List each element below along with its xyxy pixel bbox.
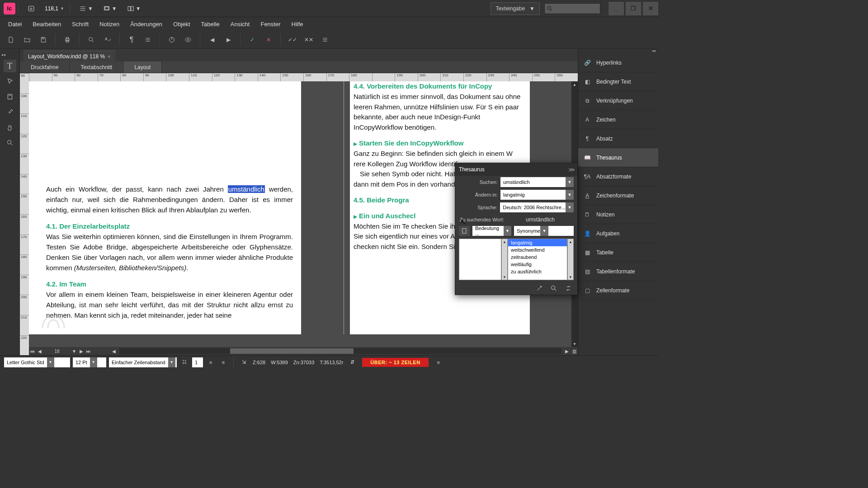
collapse-panel-icon[interactable]: >> [569, 166, 574, 173]
size-combo[interactable]: 12 Pt▼ [73, 357, 106, 367]
search-combo[interactable]: umständlich▼ [500, 177, 574, 187]
print-button[interactable] [61, 33, 74, 46]
chevron-down-icon[interactable]: ▼ [566, 202, 574, 212]
chevron-down-icon[interactable]: ▼ [566, 177, 574, 187]
page-left-text[interactable]: Auch ein Workflow, der passt, kann nach … [42, 184, 297, 321]
save-button[interactable] [37, 33, 50, 46]
status-menu[interactable]: ≡ [433, 357, 444, 367]
maximize-button[interactable]: ❐ [626, 2, 641, 15]
close-tab-icon[interactable]: × [108, 54, 110, 59]
synonym-item[interactable]: weitläufig [508, 261, 567, 268]
copyfit-button[interactable]: ⇵ [347, 357, 358, 367]
page-dropdown[interactable]: ▼ [71, 347, 78, 355]
menu-notizen[interactable]: Notizen [94, 17, 125, 31]
change-word-button[interactable] [535, 284, 544, 293]
hand-tool[interactable] [4, 121, 16, 134]
synonym-item[interactable]: zu ausführlich [508, 268, 567, 275]
zoom-tool[interactable] [4, 136, 16, 149]
fit-button[interactable]: ⇲ [238, 357, 249, 367]
panel-table[interactable]: ▦Tabelle [578, 243, 658, 262]
menu-button[interactable]: ≡ [218, 357, 229, 367]
font-combo[interactable]: Letter Gothic Std▼ [4, 357, 70, 367]
spellcheck-button[interactable] [101, 33, 114, 46]
view-tab-galley[interactable]: Druckfahne [20, 61, 70, 73]
hscroll-thumb[interactable] [230, 348, 354, 354]
menu-datei[interactable]: Datei [3, 17, 27, 31]
reject-change-button[interactable]: ✕ [262, 33, 275, 46]
menu-ansicht[interactable]: Ansicht [225, 17, 255, 31]
accept-all-button[interactable]: ✓✓ [286, 33, 299, 46]
thesaurus-header[interactable]: Thesaurus >> [455, 163, 577, 176]
menu-tabelle[interactable]: Tabelle [196, 17, 225, 31]
collapse-dock-icon[interactable]: ◂◂ [578, 49, 658, 53]
column-field[interactable]: 1 [192, 357, 203, 367]
synonyms-list[interactable]: langatmig weitschweifend zeitraubend wei… [508, 239, 567, 280]
page-number-field[interactable]: 18 [43, 349, 71, 354]
screen-mode-button[interactable]: ▼ [99, 2, 121, 15]
panel-conditional-text[interactable]: ◧Bedingter Text [578, 72, 658, 91]
view-options-button[interactable]: ▼ [75, 2, 97, 15]
open-button[interactable] [20, 33, 34, 46]
columns-button[interactable]: ☷ [179, 357, 190, 367]
panel-paragraph[interactable]: ¶Absatz [578, 129, 658, 148]
first-page-button[interactable]: ⏮ [29, 347, 36, 355]
minimize-button[interactable]: _ [609, 2, 624, 15]
split-view-button[interactable]: ▥ [571, 347, 578, 355]
document-tab[interactable]: Layout_Workflow.indd @ 118 % × [24, 51, 115, 61]
scroll-down-icon[interactable]: ▼ [571, 341, 578, 347]
panel-hyperlinks[interactable]: 🔗Hyperlinks [578, 53, 658, 72]
leading-combo[interactable]: Einfacher Zeilenabstand▼ [109, 357, 177, 367]
next-change-button[interactable]: ▶ [222, 33, 235, 46]
synonym-item[interactable]: langatmig [508, 239, 567, 246]
panel-character[interactable]: AZeichen [578, 110, 658, 129]
panel-cell-styles[interactable]: ▢Zellenformate [578, 281, 658, 300]
meanings-list[interactable] [459, 239, 501, 280]
view-tab-story[interactable]: Textabschnitt [70, 61, 123, 73]
horizontal-scrollbar[interactable] [119, 348, 561, 354]
view-tab-layout[interactable]: Layout [123, 61, 162, 73]
selected-word[interactable]: umständlich [228, 185, 265, 193]
bridge-button[interactable]: Br [24, 2, 38, 15]
new-button[interactable] [4, 33, 18, 46]
menu-schrift[interactable]: Schrift [66, 17, 94, 31]
hscroll-left[interactable]: ◀ [110, 347, 118, 355]
scroll-up-icon[interactable]: ▲ [571, 81, 578, 88]
eyedropper-tool[interactable] [4, 106, 16, 118]
chevron-down-icon[interactable]: ▼ [90, 357, 97, 367]
panel-notes[interactable]: 🗒Notizen [578, 205, 658, 224]
arrange-button[interactable]: ▼ [123, 2, 145, 15]
lookup-word-button[interactable] [549, 284, 558, 293]
panel-para-styles[interactable]: ¶AAbsatzformate [578, 167, 658, 186]
zoom-select[interactable]: 118,1▼ [42, 3, 67, 14]
panel-thesaurus[interactable]: 📖Thesaurus [578, 148, 658, 167]
hscroll-right[interactable]: ▶ [563, 347, 571, 355]
align-button[interactable]: ≡ [205, 357, 216, 367]
change-combo[interactable]: langatmig▼ [500, 190, 574, 200]
chevron-down-icon[interactable]: ▼ [504, 226, 511, 236]
panel-char-styles[interactable]: AZeichenformate [578, 186, 658, 205]
help-search[interactable] [544, 3, 600, 14]
trackchanges-toggle[interactable] [165, 33, 179, 46]
menu-aenderungen[interactable]: Änderungen [125, 17, 168, 31]
menu-hilfe[interactable]: Hilfe [286, 17, 309, 31]
panel-links[interactable]: ⧉Verknüpfungen [578, 91, 658, 110]
position-tool[interactable] [4, 75, 16, 88]
chevron-down-icon[interactable]: ▼ [168, 357, 175, 367]
swap-button[interactable] [564, 284, 573, 293]
accept-change-button[interactable]: ✓ [245, 33, 259, 46]
meaning-combo[interactable]: Bedeutung ...▼ [472, 226, 511, 236]
relation-combo[interactable]: Synonyme▼ [514, 226, 574, 236]
synonyms-scrollbar[interactable]: ▲▼ [567, 239, 574, 280]
find-button[interactable] [85, 33, 98, 46]
menu-fenster[interactable]: Fenster [255, 17, 286, 31]
workspace-select[interactable]: Texteingabe▼ [491, 2, 540, 15]
load-word-button[interactable] [459, 226, 470, 236]
next-page-button[interactable]: ▶ [78, 347, 85, 355]
menu-bearbeiten[interactable]: Bearbeiten [27, 17, 66, 31]
show-hidden-button[interactable]: ¶ [125, 33, 138, 46]
synonym-item[interactable]: weitschweifend [508, 246, 567, 253]
close-button[interactable]: ✕ [643, 2, 658, 15]
synonym-item[interactable]: zeitraubend [508, 253, 567, 261]
note-tool[interactable] [4, 90, 16, 103]
prev-page-button[interactable]: ◀ [36, 347, 43, 355]
